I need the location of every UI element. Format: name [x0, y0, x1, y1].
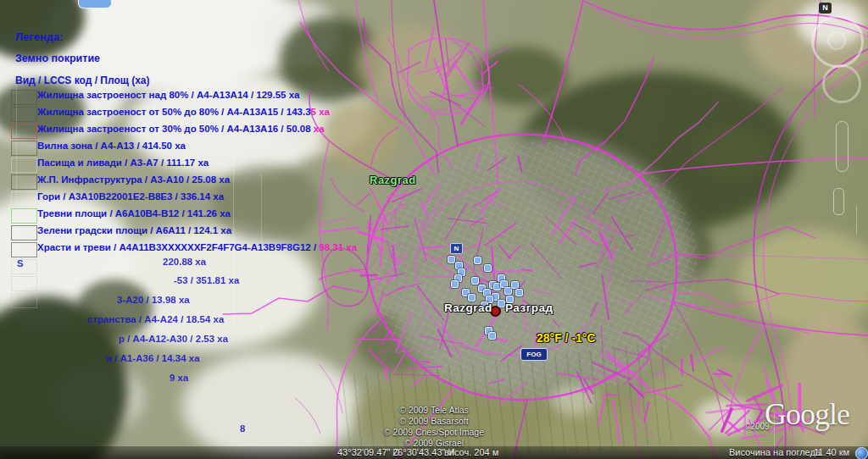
legend-item-value-magenta: 5 ха: [311, 107, 330, 117]
legend-swatch-box: [11, 242, 37, 257]
legend-fragment: р / A4-A12-A30 / 2.53 ха: [119, 334, 228, 344]
legend-item-text: Ж.П. Инфраструктура / A3-A10 / 25.08 ха: [37, 174, 230, 185]
legend-stray-glyph: 8: [240, 423, 245, 434]
legend-swatch-box: [11, 208, 37, 224]
look-joystick-center[interactable]: [827, 31, 846, 50]
lodging-poi-icon[interactable]: [511, 281, 519, 289]
legend-stray-glyph: S: [17, 258, 24, 268]
legend-fragment: 220.88 ха: [163, 257, 206, 267]
legend-item: Жилищна застроеност от 30% до 50% / A4-A…: [37, 124, 325, 134]
legend-item: Храсти и треви / A4A11B3XXXXXXF2F4F7G4-A…: [37, 242, 357, 252]
legend-swatch-box: [11, 90, 37, 105]
north-button[interactable]: N: [819, 3, 832, 14]
legend-swatch-box: [11, 158, 37, 173]
legend-item-text: Гори / A3A10B22001E2-B8E3 / 336.14 ха: [37, 191, 224, 202]
poi-icon-partial[interactable]: [78, 0, 112, 8]
lodging-poi-icon[interactable]: [484, 264, 492, 272]
legend-item-value-magenta: 98.31 ха: [319, 242, 357, 252]
legend-swatch-box: [11, 107, 37, 122]
legend-swatch-box: [11, 191, 37, 207]
fog-weather-badge[interactable]: FOG: [520, 348, 548, 361]
move-joystick-ring[interactable]: [822, 64, 861, 103]
legend-item-value-magenta: ха: [311, 124, 325, 134]
copyright-stack: © 2009 Tele Atlas © 2009 Basarsoft © 200…: [382, 405, 486, 449]
lodging-poi-icon[interactable]: [451, 280, 459, 288]
legend-item: Гори / A3A10B22001E2-B8E3 / 336.14 ха: [37, 191, 224, 202]
legend-item-text: Жилищна застроеност от 30% до 50% / A4-A…: [37, 124, 311, 134]
legend-swatch-box: [11, 225, 37, 241]
legend-item: Жилищна застроеност от 50% до 80% / A4-A…: [37, 107, 330, 117]
google-logo: Google: [765, 396, 849, 432]
legend-item-text: Храсти и треви / A4A11B3XXXXXXF2F4F7G4-A…: [37, 242, 319, 252]
place-label-razgrad-green[interactable]: Razgrad: [370, 174, 416, 186]
copyright-line: © 2009 Cnes/Spot Image: [382, 427, 486, 438]
legend-fragment: 9 ха: [170, 373, 188, 383]
legend-item-text: Жилищна застроеност над 80% / A4-A13A14 …: [37, 90, 299, 100]
legend-item: Ж.П. Инфраструктура / A3-A10 / 25.08 ха: [37, 174, 230, 185]
google-earth-viewport[interactable]: Razgrad Razgrad Разград 28°F / -1°C FOG …: [0, 0, 868, 459]
weather-label[interactable]: 28°F / -1°C: [537, 331, 596, 345]
legend-title: Легенда:: [15, 30, 64, 43]
legend-item: Тревни площи / A6A10B4-B12 / 141.26 ха: [37, 208, 231, 218]
legend-item: Зелени градски площи / A6A11 / 124.1 ха: [37, 225, 231, 235]
lodging-poi-icon[interactable]: [468, 294, 476, 301]
lodging-poi-icon[interactable]: [474, 257, 481, 264]
legend-item: Вилна зона / A4-A13 / 414.50 ха: [37, 141, 186, 151]
legend-fragment: -53 / 351.81 ха: [174, 275, 239, 285]
legend-fragment: и / A1-A36 / 14.34 ха: [106, 353, 200, 363]
legend-fragment: 3-А20 / 13.98 ха: [117, 295, 190, 305]
legend-item: Жилищна застроеност над 80% / A4-A13A14 …: [37, 90, 299, 100]
legend-subtitle: Земно покритие: [15, 53, 100, 64]
lodging-poi-icon[interactable]: [471, 277, 479, 285]
city-label-razgrad-bg[interactable]: Разград: [505, 301, 554, 314]
legend-swatch-box: [11, 259, 37, 274]
legend-swatch-box: [11, 174, 37, 190]
status-bar: 43°32'09.47" С 26°30'43.43" И височ. 204…: [0, 446, 868, 459]
legend-item-text: Жилищна застроеност от 50% до 80% / A4-A…: [37, 107, 311, 117]
lodging-poi-icon[interactable]: [488, 332, 496, 340]
legend-item-text: Зелени градски площи / A6A11 / 124.1 ха: [37, 225, 231, 235]
globe-icon: [855, 447, 868, 459]
legend-swatch-box: [11, 276, 37, 291]
eye-altitude-label: Височина на погледа: [729, 447, 821, 457]
legend-fragment: странства / A4-A24 / 18.54 ха: [87, 314, 224, 324]
eye-altitude-value: 11.40 км: [814, 447, 849, 457]
elevation-readout: височ. 204 м: [444, 447, 498, 457]
legend-columns-header: Вид / LCCS код / Площ (ха): [15, 75, 150, 86]
legend-swatch-box: [11, 141, 37, 156]
legend-item-text: Пасища и ливади / A3-A7 / 111.17 ха: [37, 158, 209, 168]
legend-item-text: Вилна зона / A4-A13 / 414.50 ха: [37, 141, 186, 151]
lodging-poi-icon[interactable]: [448, 256, 455, 263]
legend-swatch-box: [11, 293, 37, 308]
lodging-poi-icon[interactable]: [515, 289, 523, 296]
road-shield-icon: N: [450, 243, 463, 254]
legend-item: Пасища и ливади / A3-A7 / 111.17 ха: [37, 158, 209, 168]
legend-item-text: Тревни площи / A6A10B4-B12 / 141.26 ха: [37, 208, 231, 218]
kml-outline-shape: [833, 188, 844, 215]
legend-swatch-box: [11, 124, 37, 139]
latitude-readout: 43°32'09.47" С: [337, 447, 399, 457]
kml-outline-shape: [836, 121, 849, 172]
copyright-line: © 2009 Basarsoft: [382, 416, 486, 427]
city-label-razgrad-en[interactable]: Razgrad: [444, 301, 492, 314]
copyright-line: © 2009 Tele Atlas: [382, 405, 486, 416]
